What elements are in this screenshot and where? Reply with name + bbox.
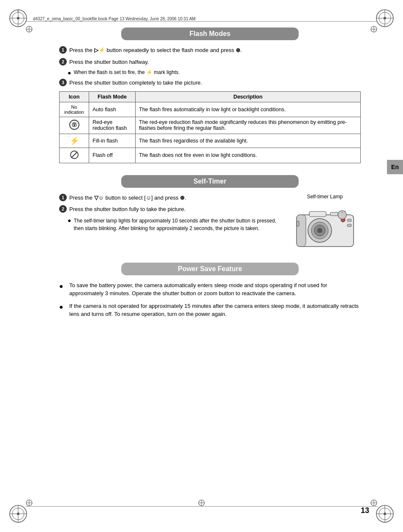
svg-rect-56 — [297, 221, 299, 226]
table-cell-mode-2: Red-eye reduction flash — [89, 117, 136, 134]
bullet-dot: ● — [68, 69, 71, 76]
table-row: Red-eye reduction flash The red-eye redu… — [60, 117, 361, 134]
self-timer-sub-bullet: ● The self-timer lamp lights for approxi… — [68, 217, 280, 232]
svg-point-21 — [384, 513, 386, 515]
table-header-mode: Flash Mode — [89, 91, 136, 102]
step-2-num: 2 — [59, 58, 67, 66]
svg-rect-51 — [347, 219, 351, 222]
inner-corner-bl — [25, 499, 33, 507]
main-content: Flash Modes 1 Press the ▷⚡ button repeat… — [59, 27, 361, 498]
self-timer-left: 1 Press the ▽☺ button to select [☺] and … — [59, 194, 280, 251]
flash-sub-bullet: ● When the flash is set to fire, the ⚡ m… — [68, 69, 361, 76]
power-bullet-text-1: To save the battery power, the camera au… — [69, 281, 361, 298]
self-timer-section: Self-Timer 1 Press the ▽☺ button to sele… — [59, 175, 361, 251]
table-row: Noindication Auto flash The flash fires … — [60, 102, 361, 117]
self-timer-step-1-text: Press the ▽☺ button to select [☺] and pr… — [69, 194, 280, 202]
table-cell-icon-2 — [60, 117, 89, 134]
inner-corner-tr — [370, 25, 378, 33]
svg-point-4 — [17, 17, 19, 19]
step-3-text: Press the shutter button completely to t… — [69, 79, 361, 87]
table-cell-desc-3: The flash fires regardless of the availa… — [136, 134, 361, 148]
svg-rect-48 — [330, 212, 338, 216]
self-timer-step-2-num: 2 — [59, 205, 67, 213]
self-timer-title: Self-Timer — [193, 178, 226, 185]
red-eye-icon — [69, 119, 80, 130]
table-header-icon: Icon — [60, 91, 89, 102]
flash-modes-title: Flash Modes — [190, 30, 231, 37]
power-save-header: Power Save Feature — [121, 263, 299, 275]
self-timer-lamp-label: Self-timer Lamp — [307, 194, 343, 200]
power-save-title: Power Save Feature — [178, 265, 242, 272]
table-cell-mode-3: Fill-in flash — [89, 134, 136, 148]
svg-rect-47 — [309, 211, 326, 217]
power-bullet-1: ● To save the battery power, the camera … — [59, 281, 361, 298]
inner-bottom-center — [198, 499, 205, 507]
table-cell-icon-1: Noindication — [60, 102, 89, 117]
flash-step-2: 2 Press the shutter button halfway. — [59, 58, 361, 66]
camera-illustration — [292, 202, 358, 251]
self-timer-header: Self-Timer — [121, 175, 299, 188]
table-cell-desc-2: The red-eye reduction flash mode signifi… — [136, 117, 361, 134]
step-3-num: 3 — [59, 79, 67, 86]
flash-off-icon — [70, 150, 79, 159]
inner-corner-br — [370, 499, 378, 507]
step-1-text: Press the ▷⚡ button repeatedly to select… — [69, 46, 361, 55]
flash-lightning-icon: ⚡ — [70, 137, 79, 145]
self-timer-step-1-num: 1 — [59, 194, 67, 201]
en-tab-label: En — [391, 164, 399, 170]
table-header-desc: Description — [136, 91, 361, 102]
page-header-text: d4327_e_oima_basic_00_bookfile.book Page… — [33, 16, 196, 21]
svg-rect-52 — [347, 224, 351, 227]
self-timer-step-2-text: Press the shutter button fully to take t… — [69, 205, 280, 214]
step-2-text: Press the shutter button halfway. — [69, 58, 361, 66]
power-bullet-text-2: If the camera is not operated for approx… — [69, 302, 361, 318]
svg-point-11 — [384, 17, 386, 19]
table-cell-desc-4: The flash does not fire even in low ligh… — [136, 148, 361, 163]
svg-point-39 — [74, 124, 75, 126]
table-cell-icon-3: ⚡ — [60, 134, 89, 148]
inner-corner-tl — [25, 25, 33, 33]
flash-step-1: 1 Press the ▷⚡ button repeatedly to sele… — [59, 46, 361, 55]
flash-modes-header: Flash Modes — [121, 27, 299, 40]
self-timer-sub-text: The self-timer lamp lights for approxima… — [74, 217, 280, 232]
table-row: ⚡ Fill-in flash The flash fires regardle… — [60, 134, 361, 148]
svg-point-46 — [317, 228, 322, 233]
table-cell-desc-1: The flash fires automatically in low lig… — [136, 102, 361, 117]
table-cell-mode-4: Flash off — [89, 148, 136, 163]
flash-sub-text: When the flash is set to fire, the ⚡ mar… — [74, 69, 180, 75]
table-row: Flash off The flash does not fire even i… — [60, 148, 361, 163]
table-cell-icon-4 — [60, 148, 89, 163]
table-cell-mode-1: Auto flash — [89, 102, 136, 117]
self-timer-container: 1 Press the ▽☺ button to select [☺] and … — [59, 194, 361, 251]
flash-modes-section: Flash Modes 1 Press the ▷⚡ button repeat… — [59, 27, 361, 163]
self-timer-right: Self-timer Lamp — [289, 194, 361, 251]
flash-step-3: 3 Press the shutter button completely to… — [59, 79, 361, 87]
svg-line-41 — [71, 152, 77, 158]
flash-table: Icon Flash Mode Description Noindication… — [59, 91, 361, 163]
power-bullet-2: ● If the camera is not operated for appr… — [59, 302, 361, 318]
power-bullet-dot-2: ● — [59, 302, 66, 312]
page-header: d4327_e_oima_basic_00_bookfile.book Page… — [33, 15, 370, 22]
self-timer-bullet-dot: ● — [68, 217, 71, 224]
svg-point-16 — [17, 513, 19, 515]
self-timer-step-2: 2 Press the shutter button fully to take… — [59, 205, 280, 214]
svg-rect-55 — [297, 215, 306, 247]
en-tab: En — [387, 160, 403, 174]
power-bullet-dot-1: ● — [59, 281, 66, 291]
page-number: 13 — [361, 506, 369, 515]
step-1-num: 1 — [59, 46, 67, 54]
power-save-section: Power Save Feature ● To save the battery… — [59, 263, 361, 318]
page-footer-line — [25, 506, 378, 507]
self-timer-step-1: 1 Press the ▽☺ button to select [☺] and … — [59, 194, 280, 202]
